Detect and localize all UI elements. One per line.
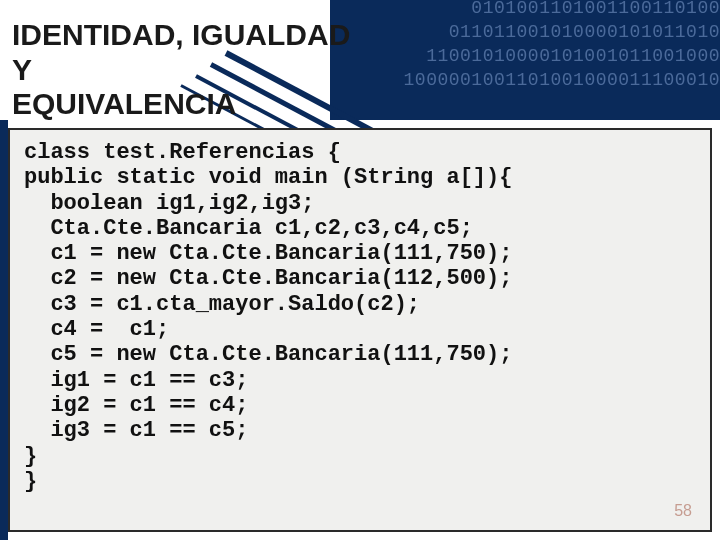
code-line: } bbox=[24, 469, 37, 494]
header-bg-right: 0101001101001100110100 01101100101000010… bbox=[330, 0, 720, 120]
page-number: 58 bbox=[674, 502, 692, 520]
title-line-1: IDENTIDAD, IGUALDAD Y bbox=[12, 18, 350, 86]
code-line: c5 = new Cta.Cte.Bancaria(111,750); bbox=[24, 342, 512, 367]
title-line-2: EQUIVALENCIA bbox=[12, 87, 236, 120]
code-line: ig3 = c1 == c5; bbox=[24, 418, 248, 443]
code-line: c4 = c1; bbox=[24, 317, 169, 342]
code-line: } bbox=[24, 444, 37, 469]
code-box: class test.Referencias { public static v… bbox=[8, 128, 712, 532]
code-line: Cta.Cte.Bancaria c1,c2,c3,c4,c5; bbox=[24, 216, 473, 241]
code-line: ig2 = c1 == c4; bbox=[24, 393, 248, 418]
code-line: public static void main (String a[]){ bbox=[24, 165, 512, 190]
slide-title: IDENTIDAD, IGUALDAD Y EQUIVALENCIA bbox=[0, 0, 370, 122]
left-strip-decoration bbox=[0, 120, 8, 540]
code-line: boolean ig1,ig2,ig3; bbox=[24, 191, 314, 216]
code-content: class test.Referencias { public static v… bbox=[24, 140, 696, 494]
header: 0101001101001100110100 01101100101000010… bbox=[0, 0, 720, 120]
binary-background-text: 0101001101001100110100 01101100101000010… bbox=[330, 0, 720, 92]
code-line: ig1 = c1 == c3; bbox=[24, 368, 248, 393]
code-line: class test.Referencias { bbox=[24, 140, 341, 165]
slide: 0101001101001100110100 01101100101000010… bbox=[0, 0, 720, 540]
code-line: c1 = new Cta.Cte.Bancaria(111,750); bbox=[24, 241, 512, 266]
code-line: c3 = c1.cta_mayor.Saldo(c2); bbox=[24, 292, 420, 317]
code-line: c2 = new Cta.Cte.Bancaria(112,500); bbox=[24, 266, 512, 291]
